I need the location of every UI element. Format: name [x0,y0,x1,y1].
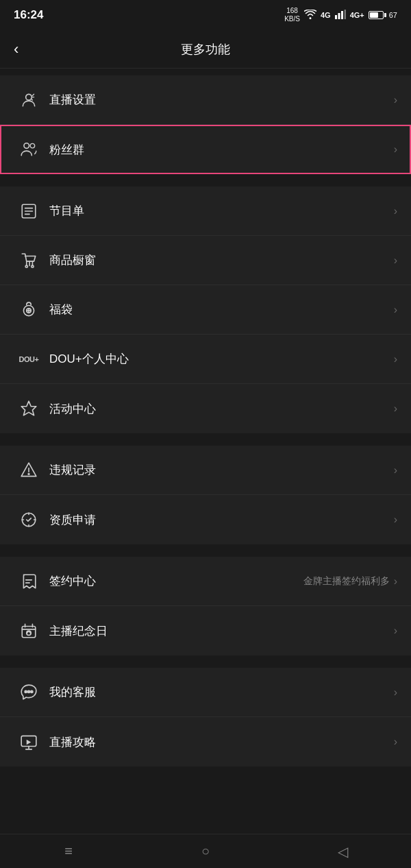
bottom-nav: ≡ ○ ◁ [0,834,411,868]
fan-group-icon [14,134,44,165]
status-bar: 16:24 168 KB/S 4G 4G+ [0,0,411,30]
product-icon [14,245,44,276]
svg-point-4 [26,94,32,100]
svg-rect-2 [341,11,343,19]
battery-indicator: 67 [369,11,397,19]
menu-item-fan-group[interactable]: 粉丝群 › [0,125,411,174]
activity-chevron: › [394,402,397,415]
menu-item-customer-service[interactable]: 我的客服 › [0,668,411,717]
menu-item-activity-center[interactable]: 活动中心 › [0,384,411,433]
product-label: 商品橱窗 [49,252,394,268]
svg-point-17 [25,690,27,692]
fan-group-label: 粉丝群 [49,142,394,158]
section-gap-4 [0,661,411,668]
svg-point-13 [28,473,29,474]
speed-indicator: 168 KB/S [284,7,300,23]
section-gap-2 [0,439,411,446]
violation-chevron: › [394,464,397,477]
playlist-icon [14,196,44,226]
status-time: 16:24 [14,8,43,22]
anniversary-icon [14,616,44,646]
playlist-label: 节目单 [49,203,394,219]
dou-plus-label: DOU+个人中心 [49,351,394,367]
live-settings-chevron: › [394,94,397,106]
svg-rect-0 [335,15,337,19]
menu-section-0: 直播设置 › 粉丝群 › [0,75,411,174]
svg-rect-1 [338,13,340,19]
fan-group-chevron: › [394,143,397,156]
activity-icon [14,394,44,424]
live-settings-icon [14,85,44,115]
live-guide-icon [14,727,44,757]
menu-item-playlist[interactable]: 节目单 › [0,186,411,236]
anniversary-chevron: › [394,625,397,637]
svg-point-18 [27,690,29,692]
menu-item-lucky-bag[interactable]: 福袋 › [0,285,411,335]
playlist-chevron: › [394,205,397,217]
live-guide-chevron: › [394,736,397,748]
section-gap-3 [0,550,411,557]
signal-bars-icon [335,10,346,21]
header: ‹ 更多功能 [0,30,411,69]
qualification-chevron: › [394,514,397,526]
customer-service-chevron: › [394,686,397,699]
menu-nav-icon: ≡ [64,843,73,859]
sign-label: 签约中心 [49,573,303,589]
dou-plus-icon: DOU+ [14,344,44,374]
back-nav-icon: ◁ [338,843,348,860]
product-chevron: › [394,254,397,267]
section-gap-1 [0,180,411,186]
qualification-icon [14,505,44,535]
lucky-bag-label: 福袋 [49,302,394,317]
lucky-bag-icon [14,295,44,325]
signal-4g-icon: 4G [321,11,331,19]
menu-section-4: 我的客服 › 直播攻略 › [0,668,411,767]
menu-item-product-window[interactable]: 商品橱窗 › [0,236,411,285]
customer-service-icon [14,677,44,708]
sign-chevron: › [394,575,397,588]
menu-section-3: 签约中心 金牌主播签约福利多 › 主播纪念日 › [0,557,411,655]
activity-label: 活动中心 [49,401,394,417]
menu-item-live-guide[interactable]: 直播攻略 › [0,717,411,767]
back-button[interactable]: ‹ [14,40,18,58]
menu-item-sign-center[interactable]: 签约中心 金牌主播签约福利多 › [0,557,411,606]
status-icons: 168 KB/S 4G 4G+ 67 [284,7,397,23]
nav-back-button[interactable]: ◁ [274,834,411,868]
home-nav-icon: ○ [201,843,210,859]
page-title: 更多功能 [181,41,230,58]
menu-item-violation-record[interactable]: 违规记录 › [0,446,411,495]
qualification-label: 资质申请 [49,512,394,528]
dou-plus-chevron: › [394,353,397,365]
nav-home-button[interactable]: ○ [137,834,274,868]
live-settings-label: 直播设置 [49,92,394,108]
menu-item-live-settings[interactable]: 直播设置 › [0,75,411,125]
svg-point-19 [31,690,33,692]
wifi-icon [304,10,316,21]
svg-point-5 [24,143,29,149]
menu-section-1: 节目单 › 商品橱窗 › 福袋 › DOU+ DOU+个人中心 [0,186,411,433]
customer-service-label: 我的客服 [49,684,394,700]
violation-icon [14,455,44,485]
svg-marker-12 [21,401,36,415]
violation-label: 违规记录 [49,462,394,478]
svg-rect-3 [344,10,346,19]
menu-item-qualification[interactable]: 资质申请 › [0,495,411,544]
menu-item-dou-plus[interactable]: DOU+ DOU+个人中心 › [0,335,411,384]
nav-menu-button[interactable]: ≡ [0,834,137,868]
sign-icon [14,566,44,596]
sign-sublabel: 金牌主播签约福利多 [303,575,390,588]
menu-item-anniversary[interactable]: 主播纪念日 › [0,606,411,655]
section-gap-0 [0,69,411,75]
svg-point-6 [30,143,34,148]
lucky-bag-chevron: › [394,304,397,316]
signal-4g-plus-icon: 4G+ [350,11,364,19]
live-guide-label: 直播攻略 [49,734,394,750]
menu-section-2: 违规记录 › 资质申请 › [0,446,411,544]
anniversary-label: 主播纪念日 [49,623,394,639]
